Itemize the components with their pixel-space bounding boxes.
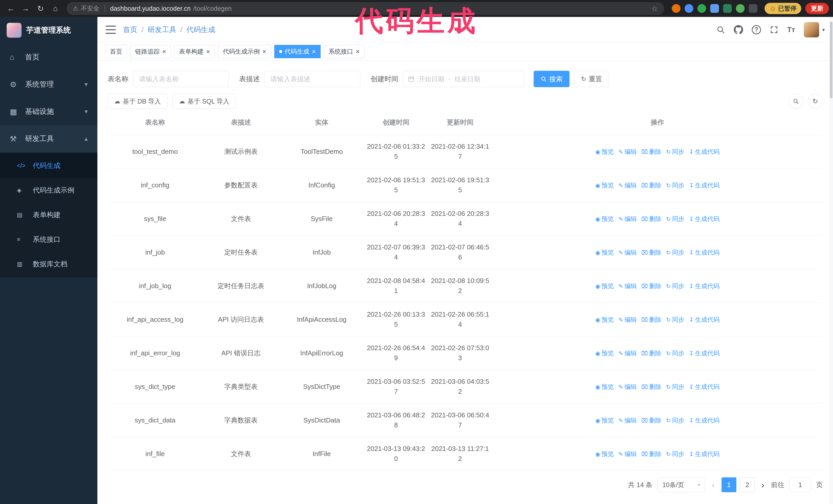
update-button[interactable]: 更新 bbox=[805, 3, 829, 14]
search-button[interactable]: 搜索 bbox=[533, 71, 570, 87]
reset-button[interactable]: ↻ 重置 bbox=[574, 71, 609, 87]
tab-close-icon[interactable]: × bbox=[312, 48, 316, 55]
preview-link[interactable]: ◉预览 bbox=[595, 181, 614, 190]
next-page-button[interactable]: › bbox=[760, 480, 766, 490]
logo[interactable]: 芋道管理系统 bbox=[0, 17, 97, 44]
delete-link[interactable]: ⌧删除 bbox=[641, 382, 661, 391]
sidebar-item-codegen[interactable]: </>代码生成 bbox=[0, 153, 97, 178]
generate-code-link[interactable]: ↧生成代码 bbox=[689, 248, 719, 257]
preview-link[interactable]: ◉预览 bbox=[595, 349, 614, 358]
delete-link[interactable]: ⌧删除 bbox=[641, 282, 661, 291]
scrollbar-thumb[interactable] bbox=[830, 22, 832, 98]
tab-form-builder[interactable]: 表单构建× bbox=[174, 45, 215, 58]
page-button-1[interactable]: 1 bbox=[721, 477, 736, 492]
edit-link[interactable]: ✎编辑 bbox=[618, 214, 637, 223]
sync-link[interactable]: ↻同步 bbox=[666, 181, 684, 190]
user-menu[interactable]: ▾ bbox=[804, 22, 825, 38]
scrollbar[interactable] bbox=[829, 17, 833, 504]
sidebar-item-system[interactable]: ⚙系统管理▾ bbox=[0, 71, 97, 98]
forward-icon[interactable]: → bbox=[19, 2, 32, 15]
sidebar-item-devtools[interactable]: ⚒研发工具▴ bbox=[0, 125, 97, 152]
breadcrumb-item-codegen[interactable]: 代码生成 bbox=[187, 25, 215, 34]
delete-link[interactable]: ⌧删除 bbox=[641, 248, 661, 257]
font-size-icon[interactable]: Tт bbox=[787, 26, 795, 34]
generate-code-link[interactable]: ↧生成代码 bbox=[689, 315, 719, 324]
people-extension-icon[interactable] bbox=[710, 4, 719, 13]
generate-code-link[interactable]: ↧生成代码 bbox=[689, 349, 719, 358]
page-size-select[interactable]: 10条/页 ▾ bbox=[658, 477, 705, 492]
edit-link[interactable]: ✎编辑 bbox=[618, 349, 637, 358]
breadcrumb-item-home[interactable]: 首页 bbox=[123, 25, 137, 34]
github-icon[interactable] bbox=[734, 25, 743, 34]
date-range-picker[interactable]: 开始日期 - 结束日期 bbox=[403, 71, 524, 87]
breadcrumb-item-devtools[interactable]: 研发工具 bbox=[148, 25, 176, 34]
generate-code-link[interactable]: ↧生成代码 bbox=[689, 147, 719, 157]
puzzle-extension-icon[interactable] bbox=[749, 4, 757, 13]
tab-codegen[interactable]: 代码生成× bbox=[274, 45, 320, 58]
refresh-table-button[interactable]: ↻ bbox=[808, 94, 823, 109]
preview-link[interactable]: ◉预览 bbox=[595, 449, 614, 459]
sidebar-item-form-builder[interactable]: ▤表单构建 bbox=[0, 202, 97, 227]
edit-link[interactable]: ✎编辑 bbox=[618, 248, 637, 257]
sync-link[interactable]: ↻同步 bbox=[666, 147, 684, 157]
sidebar-item-api[interactable]: ≡系统接口 bbox=[0, 227, 97, 252]
goto-page-input[interactable] bbox=[789, 477, 811, 492]
edit-link[interactable]: ✎编辑 bbox=[618, 449, 637, 459]
toggle-search-button[interactable] bbox=[788, 94, 803, 109]
tab-close-icon[interactable]: × bbox=[356, 48, 360, 55]
leaf-extension-icon[interactable] bbox=[736, 4, 744, 13]
sync-link[interactable]: ↻同步 bbox=[666, 382, 684, 391]
edit-link[interactable]: ✎编辑 bbox=[618, 416, 637, 425]
reload-icon[interactable]: ↻ bbox=[34, 2, 47, 15]
delete-link[interactable]: ⌧删除 bbox=[641, 449, 661, 459]
sync-link[interactable]: ↻同步 bbox=[666, 248, 684, 257]
generate-code-link[interactable]: ↧生成代码 bbox=[689, 214, 719, 223]
tab-api[interactable]: 系统接口× bbox=[324, 45, 364, 58]
import-sql-button[interactable]: ☁ 基于 SQL 导入 bbox=[172, 94, 236, 109]
sync-link[interactable]: ↻同步 bbox=[666, 416, 684, 425]
preview-link[interactable]: ◉预览 bbox=[595, 416, 614, 425]
browser-home-icon[interactable]: ⌂ bbox=[49, 2, 62, 15]
delete-link[interactable]: ⌧删除 bbox=[641, 315, 661, 324]
bookmark-star-icon[interactable]: ☆ bbox=[651, 4, 658, 13]
sidebar-item-codegen-example[interactable]: ◈代码生成示例 bbox=[0, 178, 97, 202]
fox-extension-icon[interactable] bbox=[672, 4, 681, 13]
delete-link[interactable]: ⌧删除 bbox=[641, 214, 661, 223]
generate-code-link[interactable]: ↧生成代码 bbox=[689, 449, 719, 459]
sync-link[interactable]: ↻同步 bbox=[666, 315, 684, 324]
edit-link[interactable]: ✎编辑 bbox=[618, 315, 637, 324]
drop-extension-icon[interactable] bbox=[685, 4, 693, 13]
sidebar-item-infra[interactable]: ▦基础设施▾ bbox=[0, 98, 97, 125]
table-name-input[interactable] bbox=[133, 71, 229, 87]
sync-link[interactable]: ↻同步 bbox=[666, 349, 684, 358]
delete-link[interactable]: ⌧删除 bbox=[641, 416, 661, 425]
fullscreen-icon[interactable] bbox=[770, 25, 779, 34]
help-icon[interactable]: ? bbox=[752, 25, 761, 34]
back-icon[interactable]: ← bbox=[4, 2, 18, 15]
paused-badge[interactable]: ☺ 已暂停 bbox=[765, 3, 801, 14]
generate-code-link[interactable]: ↧生成代码 bbox=[689, 282, 719, 291]
preview-link[interactable]: ◉预览 bbox=[595, 382, 614, 391]
search-icon[interactable] bbox=[716, 25, 725, 34]
edit-link[interactable]: ✎编辑 bbox=[618, 147, 637, 157]
tab-close-icon[interactable]: × bbox=[206, 48, 210, 55]
edit-link[interactable]: ✎编辑 bbox=[618, 181, 637, 190]
hamburger-icon[interactable] bbox=[105, 26, 116, 34]
edit-link[interactable]: ✎编辑 bbox=[618, 282, 637, 291]
sync-link[interactable]: ↻同步 bbox=[666, 449, 684, 459]
table-desc-input[interactable] bbox=[264, 71, 360, 87]
preview-link[interactable]: ◉预览 bbox=[595, 315, 614, 324]
generate-code-link[interactable]: ↧生成代码 bbox=[689, 181, 719, 190]
tab-home[interactable]: 首页 bbox=[105, 45, 127, 58]
tab-trace[interactable]: 链路追踪× bbox=[130, 45, 171, 58]
sidebar-item-db-doc[interactable]: ▥数据库文档 bbox=[0, 252, 97, 277]
preview-link[interactable]: ◉预览 bbox=[595, 248, 614, 257]
sync-link[interactable]: ↻同步 bbox=[666, 214, 684, 223]
security-label[interactable]: 不安全 bbox=[81, 4, 99, 13]
delete-link[interactable]: ⌧删除 bbox=[641, 181, 661, 190]
preview-link[interactable]: ◉预览 bbox=[595, 282, 614, 291]
import-db-button[interactable]: ☁ 基于 DB 导入 bbox=[108, 94, 167, 109]
edit-link[interactable]: ✎编辑 bbox=[618, 382, 637, 391]
preview-link[interactable]: ◉预览 bbox=[595, 147, 614, 157]
card-extension-icon[interactable] bbox=[723, 4, 732, 13]
